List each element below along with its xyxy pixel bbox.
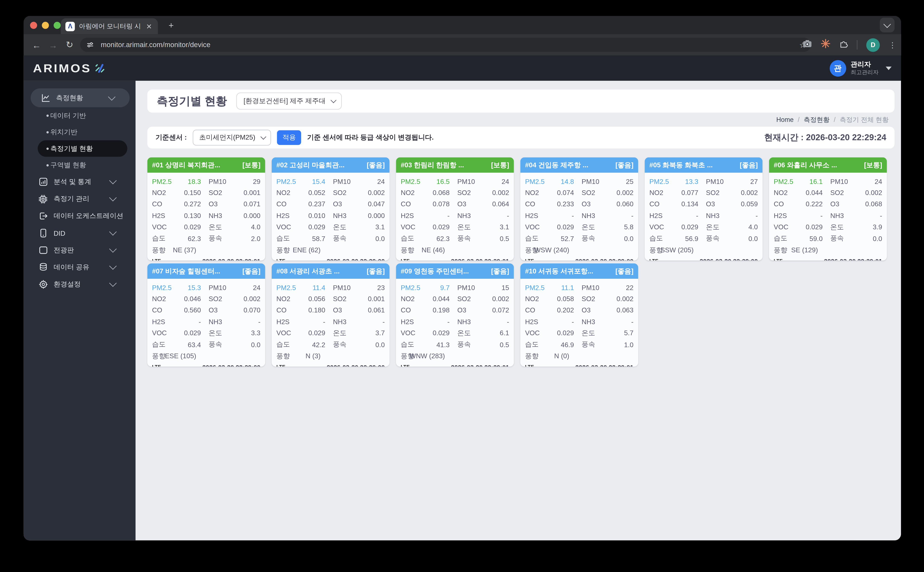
metric-value: NE (46) [421, 246, 445, 253]
metric-label: 풍속 [333, 340, 357, 349]
new-tab-button[interactable]: + [169, 21, 174, 30]
metric-value: 0.078 [422, 201, 450, 208]
network-badge: LTE [276, 364, 286, 367]
forward-button[interactable]: → [45, 40, 61, 50]
metric-label: VOC [401, 330, 422, 337]
tab-close-icon[interactable]: ✕ [145, 22, 153, 31]
user-menu[interactable]: 관 관리자 최고관리자 [829, 60, 891, 76]
metric-row: PM2.5 13.3 PM10 27 [649, 176, 758, 187]
metric-label: 풍속 [333, 234, 357, 243]
url-text: monitor.arimair.com/monitor/device [101, 41, 799, 49]
metric-value: 0.222 [795, 201, 823, 208]
device-card[interactable]: #06 와흘리 사무소 ... [보통] PM2.5 16.1 PM10 24 … [769, 157, 887, 260]
browser-toolbar: ← → ↻ monitor.arimair.com/monitor/device… [24, 34, 901, 55]
metric-value: 0.5 [481, 235, 509, 242]
device-card[interactable]: #07 비자숲 힐링센터... [좋음] PM2.5 15.3 PM10 24 … [147, 263, 265, 367]
window-controls[interactable] [30, 22, 61, 28]
device-card[interactable]: #09 영천동 주민센터... [좋음] PM2.5 9.7 PM10 15 N… [396, 263, 514, 367]
browser-tab-strip: Λ 아림에어 모니터링 시스템 ✕ + [24, 16, 901, 34]
browser-profile-avatar[interactable]: D [866, 38, 880, 51]
breadcrumb-home[interactable]: Home [776, 116, 794, 123]
metric-value: 6.1 [481, 330, 509, 337]
sidebar-item-data-share[interactable]: 데이터 공유 [28, 259, 131, 276]
metric-value: 0.029 [298, 330, 325, 337]
metric-label: SO2 [830, 189, 854, 196]
device-card[interactable]: #05 화북동 화북초 ... [좋음] PM2.5 13.3 PM10 27 … [644, 157, 762, 260]
sidebar-item-did[interactable]: DID [28, 225, 131, 242]
bullet-icon: ● [46, 162, 49, 168]
sidebar-item-by-device[interactable]: ●측정기별 현황 [38, 140, 127, 157]
metric-label: VOC [401, 224, 422, 231]
sidebar-item-label: 측정기별 현황 [50, 144, 93, 153]
device-card[interactable]: #08 서광리 서광초 ... [좋음] PM2.5 11.4 PM10 23 … [272, 263, 390, 367]
tab-search-button[interactable] [880, 18, 894, 33]
sidebar-item-orchestration[interactable]: 데이터 오케스트레이션 [28, 207, 131, 224]
sidebar-item-by-zone[interactable]: ●구역별 현황 [28, 157, 131, 173]
sidebar-item-data-based[interactable]: ●데이터 기반 [28, 107, 131, 124]
browser-tab[interactable]: Λ 아림에어 모니터링 시스템 ✕ [61, 18, 158, 34]
metric-row: NO2 0.074 SO2 0.002 [525, 187, 634, 199]
metric-label: 습도 [152, 234, 174, 243]
metric-value: 5.7 [605, 330, 634, 337]
device-card[interactable]: #04 건입동 제주항 ... [좋음] PM2.5 14.8 PM10 25 … [520, 157, 638, 260]
sidebar-item-analytics[interactable]: 분석 및 통계 [28, 173, 131, 190]
metric-label: NH3 [830, 212, 854, 219]
breadcrumb-section[interactable]: 측정현황 [804, 115, 829, 124]
metric-value: 0.202 [547, 307, 574, 314]
device-card[interactable]: #02 고성리 마을회관... [좋음] PM2.5 15.4 PM10 24 … [272, 157, 390, 260]
metric-row: PM2.5 11.1 PM10 22 [525, 282, 634, 293]
metric-value: 62.3 [422, 235, 450, 242]
center-selector[interactable]: [환경보건센터] 제주 제주대 [236, 92, 342, 110]
metric-label: NO2 [401, 295, 422, 302]
back-button[interactable]: ← [28, 40, 45, 50]
sidebar-item-device-mgmt[interactable]: 측정기 관리 [28, 190, 131, 207]
metric-label: 풍향 [276, 352, 298, 361]
metric-row: PM2.5 15.3 PM10 24 [152, 282, 261, 293]
metric-value: - [605, 212, 634, 219]
metric-value: 0.029 [547, 224, 574, 231]
metric-value: 3.3 [232, 330, 261, 337]
site-settings-icon[interactable] [85, 39, 95, 50]
url-bar[interactable]: monitor.arimair.com/monitor/device ☆ [80, 38, 811, 52]
metric-label: PM2.5 [401, 178, 422, 185]
metric-label: 습도 [525, 340, 547, 349]
sidebar-item-location-based[interactable]: ●위치기반 [28, 124, 131, 140]
refresh-button[interactable]: ↻ [61, 39, 78, 50]
starburst-extension-icon[interactable] [821, 39, 830, 51]
chevron-down-icon [109, 177, 116, 184]
device-card[interactable]: #01 상명리 복지회관... [보통] PM2.5 18.3 PM10 29 … [147, 157, 265, 260]
metric-row: H2S 0.010 NH3 0.000 [276, 210, 385, 221]
sidebar-item-settings[interactable]: 환경설정 [28, 276, 131, 293]
timestamp: 2026-03-20 22:29:01 [451, 258, 509, 261]
metric-value: - [547, 318, 574, 325]
puzzle-extensions-icon[interactable] [839, 39, 848, 51]
metric-label: NH3 [582, 318, 605, 325]
network-badge: LTE [525, 258, 534, 260]
metric-label: 풍속 [582, 234, 605, 243]
arimos-logo[interactable]: ARIMOS [33, 61, 106, 75]
metric-row-wind: 풍향 SSW (205) [649, 244, 758, 256]
close-window-button[interactable] [30, 22, 37, 28]
device-metrics: PM2.5 14.8 PM10 25 NO2 0.074 SO2 0.002 C… [520, 173, 638, 255]
metric-row: NO2 0.046 SO2 0.002 [152, 293, 261, 305]
grade-badge: [보통] [491, 161, 509, 169]
device-card[interactable]: #03 한림리 한림항 ... [보통] PM2.5 16.5 PM10 24 … [396, 157, 514, 260]
device-card-footer: LTE 2026-03-20 22:29:01 [396, 362, 514, 367]
device-title: #08 서광리 서광초 ... [276, 267, 367, 275]
sensor-select[interactable]: 초미세먼지(PM25) [193, 130, 271, 146]
metric-row: CO 0.198 O3 0.072 [401, 305, 509, 316]
timestamp: 2026-03-20 22:29:01 [575, 363, 634, 367]
camera-icon[interactable] [803, 39, 812, 50]
sidebar-item-board[interactable]: 전광판 [28, 242, 131, 259]
device-card[interactable]: #10 서귀동 서귀포항... [좋음] PM2.5 11.1 PM10 22 … [520, 263, 638, 367]
metric-label: CO [276, 201, 298, 208]
minimize-window-button[interactable] [42, 22, 49, 28]
browser-menu-icon[interactable]: ⋮ [888, 40, 896, 49]
metric-label: 풍속 [582, 340, 605, 349]
zoom-window-button[interactable] [54, 22, 61, 28]
metric-value: 62.3 [174, 235, 201, 242]
metric-value: 0.180 [298, 307, 325, 314]
device-metrics: PM2.5 11.1 PM10 22 NO2 0.058 SO2 0.002 C… [520, 279, 638, 362]
sidebar-item-status[interactable]: 측정현황 [31, 89, 130, 107]
apply-button[interactable]: 적용 [277, 130, 301, 145]
